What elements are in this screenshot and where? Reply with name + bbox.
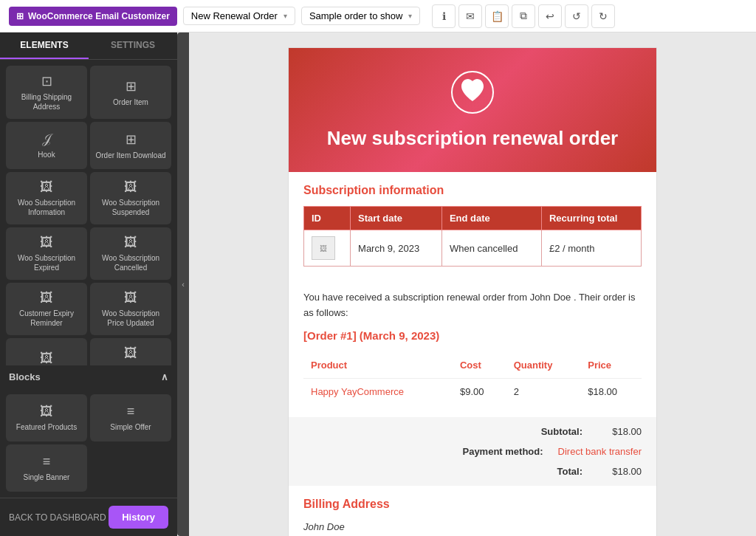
history-button[interactable]: History	[109, 506, 168, 529]
reset-icon-button[interactable]: ↺	[565, 4, 588, 28]
sub-col-recurring: Recurring total	[541, 207, 641, 230]
woo-sub-suspended-icon: 🖼	[124, 179, 137, 195]
email-header-title: New subscription renewal order	[303, 127, 642, 150]
sidebar-item-order-item-download[interactable]: ⊞ Order Item Download	[90, 122, 171, 169]
top-bar: ⊞ WooCommerce Email Customizer New Renew…	[0, 0, 756, 32]
chevron-down-icon: ▾	[408, 12, 412, 20]
subscription-info-title: Subscription information	[303, 184, 642, 197]
subtotal-row: Subtotal: $18.00	[289, 422, 656, 441]
email-logo	[303, 70, 642, 120]
email-preview: New subscription renewal order Subscript…	[288, 47, 657, 536]
total-row: Total: $18.00	[289, 461, 656, 481]
sample-order-dropdown[interactable]: Sample order to show ▾	[301, 7, 420, 25]
blocks-section-header: Blocks ∧	[0, 365, 177, 388]
sidebar-footer: BACK TO DASHBOARD History	[0, 498, 177, 536]
woo-sub-expired-icon: 🖼	[40, 235, 53, 250]
billing-address: John Doe YayCommerce 7400 Edwards Rd Edw…	[303, 518, 642, 536]
table-row: Happy YayCommerce $9.00 2 $18.00	[303, 378, 642, 405]
payment-method-value: Direct bank transfer	[558, 446, 642, 457]
sidebar-item-hook[interactable]: 𝒥 Hook	[6, 122, 87, 169]
order-cost: $9.00	[453, 378, 506, 405]
grid-icon: ⊞	[16, 11, 24, 21]
sidebar-item-single-banner[interactable]: ≡ Single Banner	[6, 444, 87, 492]
order-quantity: 2	[506, 378, 581, 405]
order-col-product: Product	[303, 354, 453, 378]
email-icon-button[interactable]: ✉	[458, 4, 482, 28]
sidebar-item-woo-subscription-expired[interactable]: 🖼 Woo Subscription Expired	[6, 227, 87, 280]
order-col-quantity: Quantity	[506, 354, 581, 378]
simple-offer-icon: ≡	[127, 404, 135, 419]
back-to-dashboard-link[interactable]: BACK TO DASHBOARD	[9, 512, 106, 523]
undo-icon-button[interactable]: ↩	[538, 4, 562, 28]
billing-title: Billing Address	[303, 498, 642, 511]
brand-label: WooCommerce Email Customizer	[28, 11, 170, 21]
sub-start-cell: March 9, 2023	[351, 230, 442, 267]
toolbar-icons: ℹ ✉ 📋 ⧉ ↩ ↺ ↻	[432, 4, 615, 28]
email-header: New subscription renewal order	[289, 48, 656, 172]
order-type-dropdown[interactable]: New Renewal Order ▾	[183, 7, 295, 25]
sub-end-cell: When cancelled	[441, 230, 541, 267]
order-col-price: Price	[580, 354, 642, 378]
sub-col-start: Start date	[351, 207, 442, 230]
total-value: $18.00	[597, 466, 642, 477]
sidebar-item-simple-offer[interactable]: ≡ Simple Offer	[90, 394, 171, 441]
tab-elements[interactable]: ELEMENTS	[0, 32, 89, 59]
subtotal-label: Subtotal:	[464, 426, 583, 437]
copy-icon-button[interactable]: ⧉	[512, 4, 535, 28]
content-area: New subscription renewal order Subscript…	[189, 32, 756, 536]
order-download-icon: ⊞	[126, 131, 137, 148]
sidebar-item-featured-products[interactable]: 🖼 Featured Products	[6, 394, 87, 441]
order-summary: Subtotal: $18.00 Payment method: Direct …	[289, 417, 656, 486]
single-banner-icon: ≡	[43, 454, 51, 470]
sidebar-item-woo-sub-price-updated[interactable]: 🖼 Woo Subscription Price Updated	[90, 283, 171, 335]
sidebar-item-trial-ending[interactable]: 🖼 Trial Ending Reminder	[6, 338, 87, 365]
order-title: [Order #1] (March 9, 2023)	[303, 327, 642, 345]
woo-price-updated-icon: 🖼	[124, 290, 137, 306]
sub-recurring-cell: £2 / month	[541, 230, 641, 267]
subscription-info-section: Subscription information ID Start date E…	[289, 172, 656, 278]
blocks-list: 🖼 Featured Products ≡ Simple Offer ≡ Sin…	[0, 388, 177, 498]
billing-name: John Doe	[303, 518, 642, 535]
brand-logo: ⊞ WooCommerce Email Customizer	[9, 7, 177, 26]
sub-col-end: End date	[441, 207, 541, 230]
email-body-text: You have received a subscription renewal…	[289, 278, 656, 417]
sidebar-item-billing-shipping[interactable]: ⊡ Billing Shipping Address	[6, 66, 87, 119]
top-bar-controls: New Renewal Order ▾ Sample order to show…	[183, 7, 421, 25]
document-icon-button[interactable]: 📋	[485, 4, 509, 28]
order-price: $18.00	[580, 378, 642, 405]
sub-col-id: ID	[304, 207, 351, 230]
sidebar: ELEMENTS SETTINGS ⊡ Billing Shipping Add…	[0, 32, 177, 536]
blocks-collapse-icon[interactable]: ∧	[161, 371, 168, 382]
sidebar-item-order-item[interactable]: ⊞ Order Item	[90, 66, 171, 119]
woo-sub-info-icon: 🖼	[40, 179, 53, 195]
order-col-cost: Cost	[453, 354, 506, 378]
sidebar-item-woo-subscription-suspended[interactable]: 🖼 Woo Subscription Suspended	[90, 172, 171, 224]
main-layout: ELEMENTS SETTINGS ⊡ Billing Shipping Add…	[0, 32, 756, 536]
redo-icon-button[interactable]: ↻	[591, 4, 615, 28]
info-icon-button[interactable]: ℹ	[432, 4, 456, 28]
sidebar-item-customer-expiry[interactable]: 🖼 Customer Expiry Reminder	[6, 283, 87, 335]
payment-method-row: Payment method: Direct bank transfer	[289, 441, 656, 461]
tab-settings[interactable]: SETTINGS	[89, 32, 177, 59]
sidebar-item-woo-subscription-info[interactable]: 🖼 Woo Subscription Information	[6, 172, 87, 224]
chevron-down-icon: ▾	[284, 12, 287, 20]
subtotal-value: $18.00	[597, 426, 642, 437]
sidebar-item-woo-subscription-cancelled[interactable]: 🖼 Woo Subscription Cancelled	[90, 227, 171, 280]
table-row: 🖼 March 9, 2023 When cancelled £2 / mont…	[304, 230, 642, 267]
featured-products-icon: 🖼	[40, 404, 53, 419]
sub-id-cell: 🖼	[304, 230, 351, 267]
order-product-name: Happy YayCommerce	[303, 378, 453, 405]
subscription-table: ID Start date End date Recurring total 🖼…	[303, 206, 642, 267]
total-label: Total:	[464, 466, 583, 477]
payment-method-label: Payment method:	[425, 446, 543, 457]
woo-sub-cancelled-icon: 🖼	[124, 235, 137, 250]
sidebar-collapse-toggle[interactable]: ‹	[177, 32, 189, 536]
hook-icon: 𝒥	[43, 131, 50, 147]
body-paragraph: You have received a subscription renewal…	[303, 290, 642, 321]
billing-address-section: Billing Address John Doe YayCommerce 740…	[289, 486, 656, 536]
elements-list: ⊡ Billing Shipping Address ⊞ Order Item …	[0, 60, 177, 365]
sidebar-item-new-subscription-details[interactable]: 🖼 New Subscription Details	[90, 338, 171, 365]
billing-shipping-icon: ⊡	[41, 73, 52, 89]
sidebar-tabs: ELEMENTS SETTINGS	[0, 32, 177, 60]
order-item-icon: ⊞	[126, 78, 137, 95]
